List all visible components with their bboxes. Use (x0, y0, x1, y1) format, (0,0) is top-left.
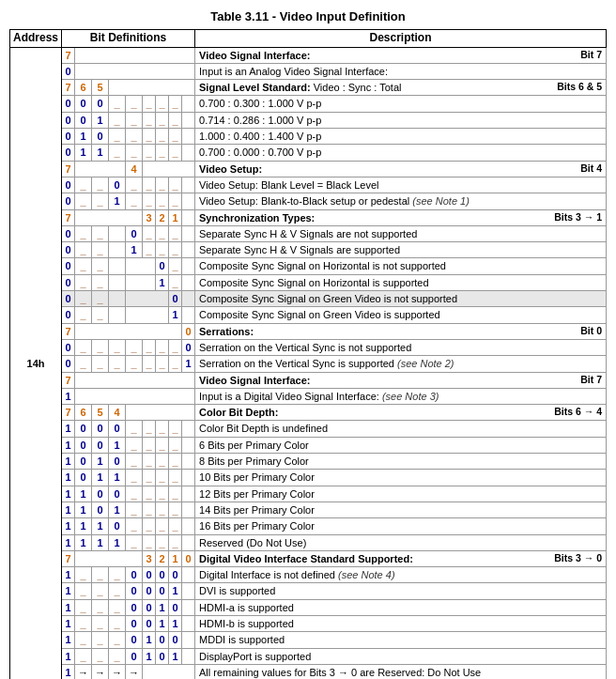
table-row: 0 0 0 _____ 0.700 : 0.300 : 1.000 V p-p (10, 96, 607, 112)
table-row: 0 0 1 _____ 0.714 : 0.286 : 1.000 V p-p (10, 112, 607, 128)
table-row: 0 _______ 0 Serration on the Vertical Sy… (10, 339, 607, 355)
table-row: 1 ___ 0 0 1 0 HDMI-a is supported (10, 599, 607, 615)
table-row: 1 ___ 0 1 0 0 MDDI is supported (10, 632, 607, 648)
table-row: 0 _______ 1 Serration on the Vertical Sy… (10, 356, 607, 372)
table-row: 1 0 0 0 ____ Color Bit Depth is undefine… (10, 421, 607, 437)
table-row: 0 __ 0 ____ Video Setup: Blank Level = B… (10, 177, 607, 193)
table-row: 0 1 0 _____ 1.000 : 0.400 : 1.400 V p-p (10, 129, 607, 145)
table-row: 7 4 Video Setup:Bit 4 (10, 161, 607, 177)
table-row: 0 __ 0 Composite Sync Signal on Green Vi… (10, 291, 607, 307)
table-title: Table 3.11 - Video Input Definition (9, 9, 607, 23)
table-row: 1 1 1 1 ____ Reserved (Do Not Use) (10, 534, 607, 550)
table-row: 1 1 0 0 ____ 12 Bits per Primary Color (10, 486, 607, 502)
col-address: Address (10, 30, 62, 48)
table-row: 1 Input is a Digital Video Signal Interf… (10, 388, 607, 404)
table-row: 0 __ 1 ___ Separate Sync H & V Signals a… (10, 242, 607, 258)
table-row: 0 __ 1 _ Composite Sync Signal on Horizo… (10, 274, 607, 290)
table-row: 1 1 1 0 ____ 16 Bits per Primary Color (10, 518, 607, 534)
table-row: 7 0 Serrations:Bit 0 (10, 323, 607, 339)
main-table: Address Bit Definitions Description 14h … (9, 29, 607, 679)
table-row: 0 __ 1 ____ Video Setup: Blank-to-Black … (10, 193, 607, 209)
table-row: 0 __ 1 Composite Sync Signal on Green Vi… (10, 307, 607, 323)
table-row: 7 3 2 1 Synchronization Types:Bits 3 → 1 (10, 209, 607, 225)
table-row: 1 ___ 0 1 0 1 DisplayPort is supported (10, 648, 607, 664)
address-cell: 14h (10, 47, 62, 679)
table-row: 7 6 5 Signal Level Standard: Video : Syn… (10, 80, 607, 96)
table-row: 0 __ 0 _ Composite Sync Signal on Horizo… (10, 258, 607, 274)
table-row: 1 0 0 1 ____ 6 Bits per Primary Color (10, 437, 607, 453)
table-row: 7 6 5 4 Color Bit Depth:Bits 6 → 4 (10, 405, 607, 421)
table-row: 0 __ 0 ___ Separate Sync H & V Signals a… (10, 225, 607, 241)
table-row: 1 ___ 0 0 0 0 Digital Interface is not d… (10, 567, 607, 583)
table-row: 7 3 2 1 0 Digital Video Interface Standa… (10, 550, 607, 566)
table-row: 14h 7 Video Signal Interface:Bit 7 (10, 47, 607, 63)
table-row: 1 1 0 1 ____ 14 Bits per Primary Color (10, 502, 607, 517)
table-row: 7 Video Signal Interface:Bit 7 (10, 372, 607, 388)
table-row: 1 → → → → All remaining values for Bits … (10, 664, 607, 679)
table-row: 0 Input is an Analog Video Signal Interf… (10, 63, 607, 79)
col-bit-def: Bit Definitions (62, 30, 195, 48)
col-description: Description (195, 30, 607, 48)
table-row: 0 1 1 _____ 0.700 : 0.000 : 0.700 V p-p (10, 145, 607, 161)
table-row: 1 ___ 0 0 0 1 DVI is supported (10, 583, 607, 599)
table-row: 1 ___ 0 0 1 1 HDMI-b is supported (10, 615, 607, 631)
table-row: 1 0 1 0 ____ 8 Bits per Primary Color (10, 454, 607, 470)
table-row: 1 0 1 1 ____ 10 Bits per Primary Color (10, 470, 607, 486)
